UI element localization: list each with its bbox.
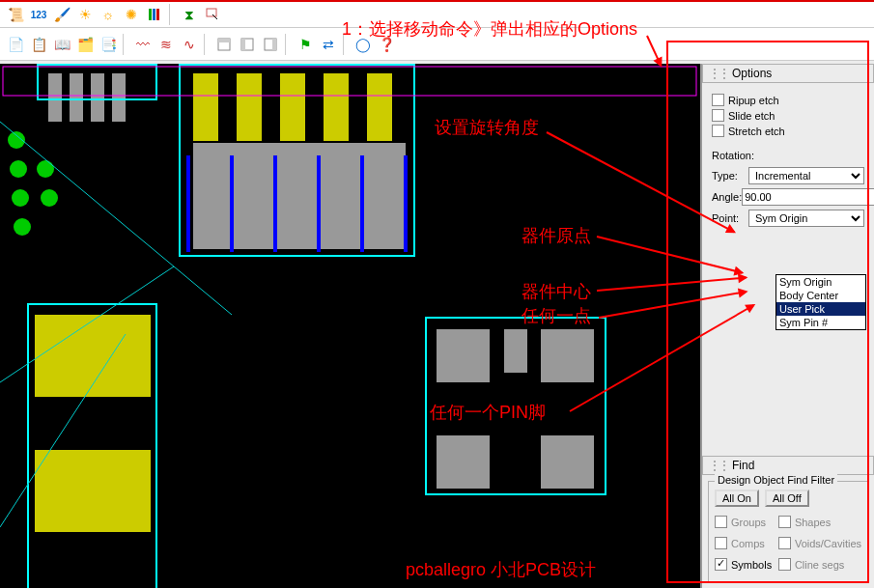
pcb-canvas[interactable] xyxy=(0,64,700,588)
svg-rect-5 xyxy=(218,39,230,42)
all-off-button[interactable]: All Off xyxy=(765,490,809,507)
tb-new-icon[interactable]: 📄 xyxy=(4,34,27,55)
angle-row: Angle: xyxy=(712,188,864,206)
tb-wave2-icon[interactable]: ≋ xyxy=(155,34,178,55)
dropdown-item-sym-pin[interactable]: Sym Pin # xyxy=(776,316,865,329)
ripup-etch-label: Ripup etch xyxy=(728,95,779,106)
svg-rect-1 xyxy=(153,9,155,20)
options-panel-title: ⋮⋮ Options xyxy=(702,64,874,83)
point-dropdown-list[interactable]: Sym Origin Body Center User Pick Sym Pin… xyxy=(775,274,866,330)
point-row: Point: Sym Origin xyxy=(712,210,864,227)
tb-book-icon[interactable]: 📖 xyxy=(50,34,73,55)
grip-icon: ⋮⋮ xyxy=(709,67,728,80)
tb-select-icon[interactable] xyxy=(201,4,224,25)
ripup-etch-checkbox[interactable] xyxy=(712,94,724,106)
options-title-text: Options xyxy=(732,67,772,80)
main-area: ⋮⋮ Options Ripup etch Slide etch Stretch… xyxy=(0,64,874,588)
shapes-checkbox[interactable] xyxy=(778,516,791,528)
comps-checkbox[interactable] xyxy=(715,537,727,549)
filter-clinesegs[interactable]: Cline segs xyxy=(778,558,861,571)
svg-rect-0 xyxy=(149,9,152,20)
tb-circle-icon[interactable]: ◯ xyxy=(352,34,375,55)
find-group-title: Design Object Find Filter xyxy=(715,474,837,486)
tb-wave3-icon[interactable]: ∿ xyxy=(178,34,201,55)
tb-grid3-icon[interactable] xyxy=(259,34,282,55)
tb-sun3-icon[interactable]: ✺ xyxy=(120,4,143,25)
dropdown-item-body-center[interactable]: Body Center xyxy=(776,289,865,302)
tb-sun1-icon[interactable]: ☀ xyxy=(73,4,97,25)
clinesegs-checkbox[interactable] xyxy=(778,558,791,571)
stretch-etch-checkbox[interactable] xyxy=(712,125,724,137)
tb-sun2-icon[interactable]: ☼ xyxy=(97,4,120,25)
svg-rect-3 xyxy=(207,9,216,16)
svg-rect-7 xyxy=(241,39,245,50)
tb-grid1-icon[interactable] xyxy=(212,34,236,55)
point-label: Point: xyxy=(712,212,748,224)
filter-comps[interactable]: Comps xyxy=(715,537,775,549)
tb-layers-icon[interactable] xyxy=(143,4,166,25)
tb-hourglass-icon[interactable]: ⧗ xyxy=(178,4,201,25)
type-label: Type: xyxy=(712,170,748,182)
svg-rect-2 xyxy=(156,9,159,20)
tb-grid2-icon[interactable] xyxy=(236,34,259,55)
find-title-text: Find xyxy=(732,459,754,472)
rotation-label: Rotation: xyxy=(712,150,864,161)
type-row: Type: Incremental xyxy=(712,167,864,184)
tb-stack-icon[interactable]: 🗂️ xyxy=(73,34,97,55)
type-select[interactable]: Incremental xyxy=(748,167,864,184)
toolbar-row-1: 📜 123 🖌️ ☀ ☼ ✺ ⧗ xyxy=(0,0,874,28)
symbols-checkbox[interactable] xyxy=(715,558,727,571)
tb-paint-icon[interactable]: 🖌️ xyxy=(50,4,73,25)
filter-groups[interactable]: Groups xyxy=(715,516,775,528)
grip-icon: ⋮⋮ xyxy=(709,459,728,472)
ripup-etch-row[interactable]: Ripup etch xyxy=(712,94,864,106)
tb-arrows-icon[interactable]: ⇄ xyxy=(317,34,340,55)
all-on-button[interactable]: All On xyxy=(715,490,759,507)
slide-etch-label: Slide etch xyxy=(728,110,775,122)
voids-checkbox[interactable] xyxy=(778,537,791,549)
tb-flag-icon[interactable]: ⚑ xyxy=(294,34,317,55)
filter-shapes[interactable]: Shapes xyxy=(778,516,861,528)
find-panel-title: ⋮⋮ Find xyxy=(702,456,874,475)
dropdown-item-sym-origin[interactable]: Sym Origin xyxy=(776,275,865,289)
toolbar-row-2: 📄 📋 📖 🗂️ 📑 〰 ≋ ∿ ⚑ ⇄ ◯ ❓ xyxy=(0,28,874,61)
tb-help-icon[interactable]: ❓ xyxy=(375,34,398,55)
angle-input[interactable] xyxy=(742,188,874,206)
svg-rect-9 xyxy=(272,39,276,50)
tb-copy-icon[interactable]: 📋 xyxy=(27,34,50,55)
stretch-etch-row[interactable]: Stretch etch xyxy=(712,125,864,137)
dropdown-item-user-pick[interactable]: User Pick xyxy=(776,302,865,316)
angle-label: Angle: xyxy=(712,191,742,203)
slide-etch-row[interactable]: Slide etch xyxy=(712,109,864,122)
options-panel-body: Ripup etch Slide etch Stretch etch Rotat… xyxy=(702,83,874,456)
tb-checklist-icon[interactable]: 📑 xyxy=(97,34,120,55)
groups-checkbox[interactable] xyxy=(715,516,727,528)
sidebar: ⋮⋮ Options Ripup etch Slide etch Stretch… xyxy=(700,64,874,588)
tb-numbers-icon[interactable]: 123 xyxy=(27,4,50,25)
slide-etch-checkbox[interactable] xyxy=(712,109,724,122)
tb-wave1-icon[interactable]: 〰 xyxy=(131,34,155,55)
find-filter-group: Design Object Find Filter All On All Off… xyxy=(708,481,868,582)
tb-script-icon[interactable]: 📜 xyxy=(4,4,27,25)
point-select[interactable]: Sym Origin xyxy=(748,210,864,227)
stretch-etch-label: Stretch etch xyxy=(728,126,785,137)
filter-symbols[interactable]: Symbols xyxy=(715,558,775,571)
filter-voids[interactable]: Voids/Cavities xyxy=(778,537,861,549)
